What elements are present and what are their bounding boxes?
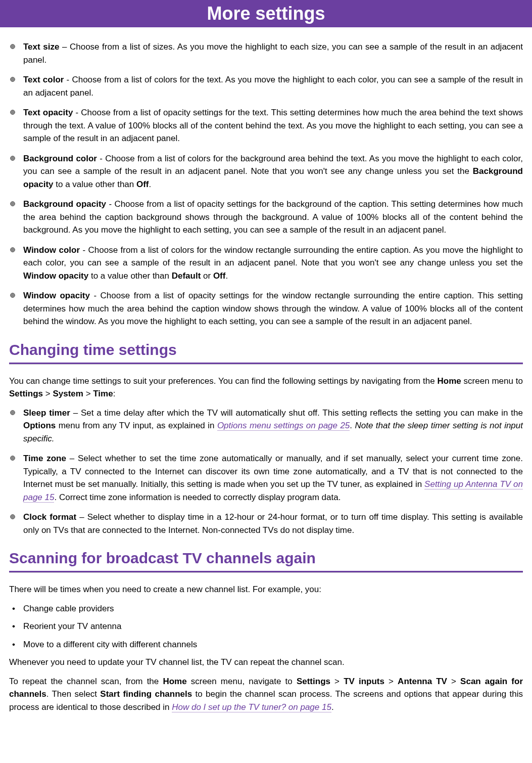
bold: Off <box>213 271 226 281</box>
text: Choose from a list of opacity settings f… <box>23 108 523 143</box>
term: Text color <box>23 75 64 84</box>
list-item: Text size – Choose from a list of sizes.… <box>9 40 523 66</box>
section-heading-time: Changing time settings <box>9 341 523 358</box>
bold: Home <box>163 677 186 686</box>
list-item: Window color - Choose from a list of col… <box>9 244 523 283</box>
text: . <box>350 421 355 430</box>
list-item: Background color - Choose from a list of… <box>9 152 523 191</box>
text: – <box>66 454 78 463</box>
text: > <box>43 389 53 398</box>
tuner-setup-link[interactable]: How do I set up the TV tuner? on page 15 <box>172 702 331 712</box>
text: – <box>70 408 81 418</box>
text: - <box>80 245 88 255</box>
section-heading-scan: Scanning for broadcast TV channels again <box>9 550 523 567</box>
paragraph: Whenever you need to update your TV chan… <box>9 656 523 669</box>
term: Time zone <box>23 454 66 463</box>
text: to a value other than <box>88 271 171 281</box>
text: Choose from a list of colors for the tex… <box>23 75 523 98</box>
term: Sleep timer <box>23 408 70 418</box>
text: Choose from a list of colors for the win… <box>23 245 523 268</box>
term: Window color <box>23 245 80 255</box>
bold: Start finding channels <box>100 689 192 699</box>
list-item: Background opacity - Choose from a list … <box>9 198 523 237</box>
heading-rule <box>9 571 523 573</box>
options-menu-link[interactable]: Options menu settings on page 25 <box>217 421 350 431</box>
bold: Home <box>438 376 461 386</box>
paragraph: You can change time settings to suit you… <box>9 375 523 400</box>
paragraph: To repeat the channel scan, from the Hom… <box>9 675 523 714</box>
list-item: Text opacity - Choose from a list of opa… <box>9 106 523 145</box>
text: You can change time settings to suit you… <box>9 376 438 386</box>
text: or <box>201 271 213 281</box>
page-header-title: More settings <box>207 3 325 24</box>
text: : <box>113 389 116 398</box>
bold: Options <box>23 421 56 430</box>
list-item: Window opacity - Choose from a list of o… <box>9 289 523 328</box>
text: menu from any TV input, as explained in <box>56 421 217 430</box>
bold: Window opacity <box>23 271 88 281</box>
bold: Default <box>172 271 201 281</box>
term: Window opacity <box>23 291 90 300</box>
text: . Then select <box>46 689 101 699</box>
reasons-list: Change cable providers Reorient your TV … <box>9 602 523 651</box>
paragraph: There will be times when you need to cre… <box>9 583 523 596</box>
bold: Antenna TV <box>398 677 447 686</box>
text: > <box>384 677 398 686</box>
text: to a value other than <box>54 179 136 189</box>
text: > <box>447 677 460 686</box>
text: – <box>76 512 87 522</box>
list-item: Sleep timer – Set a time delay after whi… <box>9 407 523 445</box>
text: > <box>330 677 344 686</box>
text: To repeat the channel scan, from the <box>9 677 163 686</box>
list-item: Text color - Choose from a list of color… <box>9 73 523 99</box>
list-item: Reorient your TV antenna <box>9 620 523 633</box>
term: Text size <box>23 42 59 52</box>
text: screen menu to <box>461 376 523 386</box>
bold: System <box>53 389 83 398</box>
bold: Settings <box>9 389 43 398</box>
text: - <box>90 291 101 300</box>
bold: Time <box>93 389 113 398</box>
page-header: More settings <box>0 0 532 27</box>
page-content: Text size – Choose from a list of sizes.… <box>0 40 532 763</box>
term: Text opacity <box>23 108 73 117</box>
term: Clock format <box>23 512 76 522</box>
text: . Correct time zone information is neede… <box>54 492 341 502</box>
text: > <box>83 389 93 398</box>
text: . <box>149 179 152 189</box>
text: Set a time delay after which the TV will… <box>81 408 523 418</box>
text: Select whether to display time in a 12-h… <box>23 512 523 535</box>
list-item: Move to a different city with different … <box>9 638 523 651</box>
text: - <box>106 199 114 209</box>
text: . <box>225 271 228 281</box>
bold: TV inputs <box>344 677 384 686</box>
list-item: Clock format – Select whether to display… <box>9 511 523 536</box>
text: - <box>97 154 105 163</box>
list-item: Change cable providers <box>9 602 523 615</box>
bold: Off <box>136 179 149 189</box>
text: - <box>73 108 81 117</box>
text: screen menu, navigate to <box>187 677 297 686</box>
text: . <box>331 702 334 712</box>
text: – <box>59 42 70 52</box>
term: Background color <box>23 154 97 163</box>
settings-list-1: Text size – Choose from a list of sizes.… <box>9 40 523 328</box>
text: - <box>64 75 72 84</box>
list-item: Time zone – Select whether to set the ti… <box>9 452 523 504</box>
bold: Settings <box>297 677 330 686</box>
text: Choose from a list of sizes. As you move… <box>23 42 523 65</box>
time-settings-list: Sleep timer – Set a time delay after whi… <box>9 407 523 537</box>
term: Background opacity <box>23 199 106 209</box>
heading-rule <box>9 363 523 365</box>
